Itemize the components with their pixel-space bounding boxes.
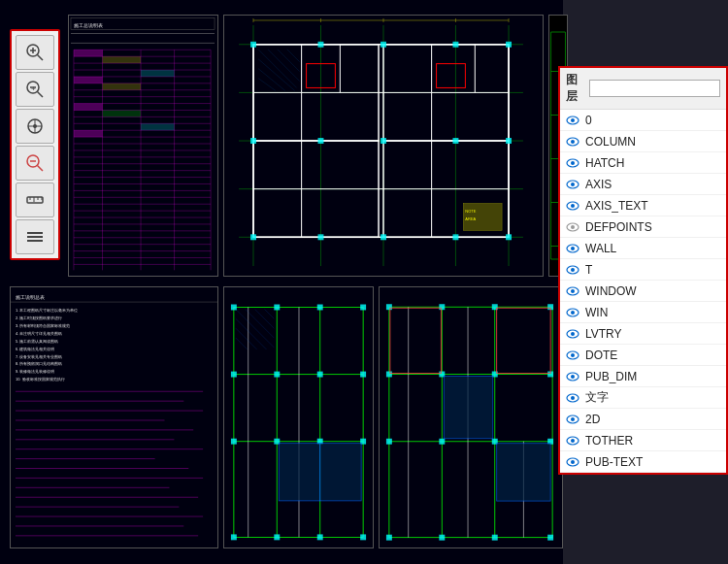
svg-text:NOTE: NOTE <box>465 209 476 214</box>
zoom-fit-button[interactable] <box>16 35 54 70</box>
svg-rect-163 <box>274 305 280 311</box>
layer-name-label: 2D <box>585 413 600 426</box>
layer-visibility-icon[interactable] <box>566 263 579 277</box>
zoom-out-button[interactable] <box>16 146 54 181</box>
svg-text:AREA: AREA <box>465 216 476 221</box>
svg-point-248 <box>571 161 575 165</box>
layer-visibility-icon[interactable] <box>566 434 579 448</box>
layer-item[interactable]: 文字 <box>560 387 726 409</box>
svg-rect-186 <box>279 444 319 501</box>
layer-item[interactable]: AXIS_TEXT <box>560 195 726 216</box>
svg-text:10. 验收标准按国家规范执行: 10. 验收标准按国家规范执行 <box>16 377 65 382</box>
svg-rect-85 <box>381 138 386 144</box>
layer-item[interactable]: DEFPOINTS <box>560 216 726 238</box>
layer-name-label: WINDOW <box>585 284 637 298</box>
svg-text:3. 所有材料须符合国家标准规范: 3. 所有材料须符合国家标准规范 <box>16 323 70 328</box>
svg-point-266 <box>571 353 575 357</box>
layer-panel: 图层 0 COLUMN HATCH AXIS AXIS_TEXT DEFPOIN… <box>558 66 728 475</box>
svg-rect-168 <box>317 372 323 378</box>
svg-point-270 <box>571 396 575 400</box>
layers-button[interactable] <box>16 219 54 254</box>
svg-rect-86 <box>452 138 458 144</box>
layer-visibility-icon[interactable] <box>566 413 579 426</box>
layer-name-label: WALL <box>585 242 616 255</box>
layer-name-label: 0 <box>585 114 592 127</box>
svg-point-258 <box>571 268 575 272</box>
svg-point-254 <box>571 225 575 229</box>
layer-item[interactable]: PUB-TEXT <box>560 451 726 473</box>
layer-item[interactable]: WINDOW <box>560 281 726 302</box>
svg-point-272 <box>571 417 575 421</box>
svg-rect-47 <box>103 83 141 90</box>
svg-rect-80 <box>381 42 386 48</box>
layer-visibility-icon[interactable] <box>566 135 579 149</box>
svg-text:9. 装修做法见装修说明: 9. 装修做法见装修说明 <box>16 369 54 374</box>
layer-item[interactable]: 0 <box>560 110 726 131</box>
svg-text:8. 所有预留洞口见结构图纸: 8. 所有预留洞口见结构图纸 <box>16 362 62 367</box>
layer-visibility-icon[interactable] <box>566 370 579 383</box>
svg-rect-88 <box>250 234 256 240</box>
svg-rect-175 <box>274 534 280 540</box>
layer-visibility-icon[interactable] <box>566 327 579 341</box>
layer-name-label: T <box>585 263 592 277</box>
svg-rect-49 <box>103 110 141 116</box>
layer-name-label: TOTHER <box>585 434 633 448</box>
layer-name-label: PUB_DIM <box>585 370 637 383</box>
svg-line-225 <box>38 92 44 98</box>
svg-rect-185 <box>320 444 361 501</box>
layer-visibility-icon[interactable] <box>566 242 579 255</box>
layer-name-label: AXIS_TEXT <box>585 199 648 213</box>
svg-point-262 <box>571 311 575 315</box>
svg-rect-48 <box>74 104 103 111</box>
layer-item[interactable]: TOTHER <box>560 430 726 451</box>
layer-visibility-icon[interactable] <box>566 455 579 469</box>
drawing-panel-top-left: 施工总说明表 <box>68 15 218 277</box>
layer-item[interactable]: 2D <box>560 409 726 430</box>
layer-visibility-icon[interactable] <box>566 199 579 213</box>
svg-rect-216 <box>497 444 550 501</box>
layer-item[interactable]: WALL <box>560 238 726 259</box>
svg-point-274 <box>571 439 575 443</box>
layer-item[interactable]: HATCH <box>560 152 726 174</box>
svg-rect-81 <box>452 42 458 48</box>
svg-rect-208 <box>386 439 392 445</box>
canvas-area[interactable]: 施工总说明表 <box>0 0 728 564</box>
pan-button[interactable] <box>16 109 54 144</box>
layer-visibility-icon[interactable] <box>566 220 579 234</box>
layer-item[interactable]: T <box>560 259 726 281</box>
layer-visibility-icon[interactable] <box>566 178 579 191</box>
zoom-window-button[interactable]: + <box>16 72 54 107</box>
svg-text:施工总说明表: 施工总说明表 <box>74 22 103 28</box>
layer-visibility-icon[interactable] <box>566 348 579 362</box>
layer-item[interactable]: WIN <box>560 302 726 323</box>
svg-rect-200 <box>386 304 392 310</box>
svg-rect-213 <box>439 535 445 541</box>
svg-point-246 <box>571 140 575 144</box>
svg-line-233 <box>38 166 44 172</box>
layer-search-input[interactable] <box>589 80 720 97</box>
layer-visibility-icon[interactable] <box>566 391 579 405</box>
svg-rect-214 <box>492 535 498 541</box>
svg-rect-89 <box>318 234 324 240</box>
layer-item[interactable]: PUB_DIM <box>560 366 726 387</box>
svg-rect-46 <box>74 77 103 83</box>
layer-name-label: AXIS <box>585 178 612 191</box>
layer-name-label: DEFPOINTS <box>585 220 652 234</box>
svg-text:施工说明总表: 施工说明总表 <box>16 294 45 300</box>
layer-item[interactable]: AXIS <box>560 174 726 195</box>
layer-name-label: 文字 <box>585 389 609 406</box>
layer-item[interactable]: COLUMN <box>560 131 726 152</box>
layer-item[interactable]: LVTRY <box>560 323 726 345</box>
measure-button[interactable] <box>16 182 54 217</box>
svg-point-244 <box>571 118 575 122</box>
layer-visibility-icon[interactable] <box>566 156 579 170</box>
svg-text:7. 设备安装见相关专业图纸: 7. 设备安装见相关专业图纸 <box>16 354 62 359</box>
layer-visibility-icon[interactable] <box>566 306 579 319</box>
svg-rect-87 <box>506 138 512 144</box>
layer-name-label: LVTRY <box>585 327 622 341</box>
layer-visibility-icon[interactable] <box>566 284 579 298</box>
layer-item[interactable]: DOTE <box>560 345 726 366</box>
svg-rect-150 <box>224 288 373 547</box>
svg-rect-84 <box>318 138 324 144</box>
layer-visibility-icon[interactable] <box>566 114 579 127</box>
